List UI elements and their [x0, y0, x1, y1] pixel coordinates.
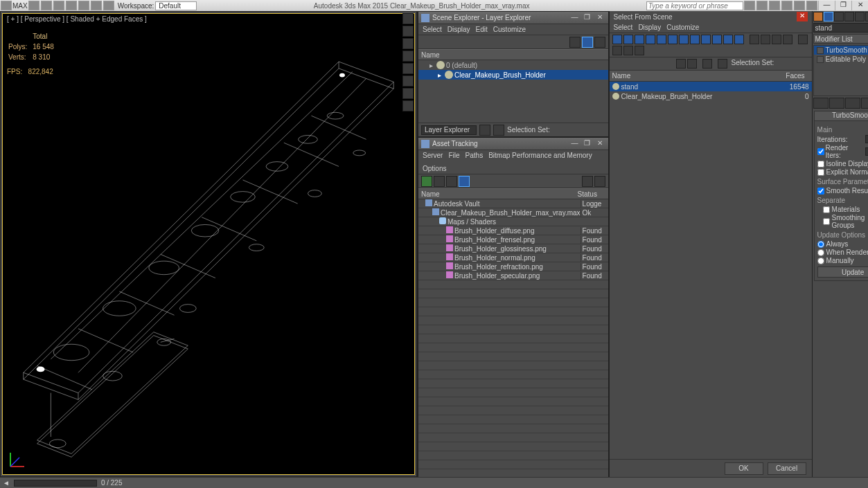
- at-menu-file[interactable]: File: [448, 152, 459, 159]
- iterations-input[interactable]: [865, 135, 868, 143]
- at-tool-1[interactable]: [421, 176, 432, 187]
- help-icon-2[interactable]: [756, 1, 768, 10]
- minimize-button[interactable]: —: [818, 1, 835, 10]
- cmd-tab-utilities[interactable]: [865, 12, 868, 21]
- se-menu-display[interactable]: Display: [448, 26, 470, 33]
- vp-tool-1[interactable]: [402, 13, 414, 24]
- explicit-check[interactable]: [817, 169, 824, 176]
- update-always-radio[interactable]: [817, 241, 824, 248]
- asset-tracking-maximize[interactable]: ❐: [582, 139, 593, 149]
- sfs-filter-13[interactable]: [750, 35, 759, 44]
- file-new-icon[interactable]: [28, 1, 39, 10]
- sfs-filter-20[interactable]: [635, 46, 644, 55]
- maximize-button[interactable]: ❐: [835, 1, 851, 10]
- timeline-slider[interactable]: [14, 480, 97, 487]
- render-iters-check[interactable]: [817, 148, 824, 155]
- smooth-result-check[interactable]: [817, 188, 824, 195]
- sfs-menu-customize[interactable]: Customize: [666, 24, 699, 31]
- vp-tool-3[interactable]: [402, 38, 414, 49]
- asset-row[interactable]: Brush_Holder_normal.pngFound: [418, 253, 608, 262]
- scene-explorer-minimize[interactable]: —: [569, 13, 581, 23]
- at-menu-bitmap[interactable]: Bitmap Performance and Memory: [488, 152, 592, 159]
- asset-tracking-grid[interactable]: Autodesk VaultLoggeClear_Makeup_Brush_Ho…: [418, 199, 608, 478]
- help-icon[interactable]: [744, 1, 755, 10]
- sfs-filter-11[interactable]: [723, 35, 733, 44]
- link-icon[interactable]: [91, 1, 102, 10]
- asset-tracking-close[interactable]: ✕: [594, 139, 605, 149]
- project-icon[interactable]: [103, 1, 114, 10]
- sfs-filter-19[interactable]: [623, 46, 633, 55]
- update-manually-radio[interactable]: [817, 257, 824, 264]
- sfs-list[interactable]: stand16548Clear_Makeup_Brush_Holder0: [610, 82, 812, 459]
- sfs-menu-select[interactable]: Select: [614, 24, 633, 31]
- se-menu-select[interactable]: Select: [423, 26, 442, 33]
- at-tool-2[interactable]: [434, 176, 445, 187]
- sfs-filter-14[interactable]: [761, 35, 770, 44]
- workspace-dropdown[interactable]: Default: [155, 1, 197, 10]
- mod-pin[interactable]: [813, 98, 829, 109]
- sfs-tool-c[interactable]: [702, 59, 712, 69]
- sfs-filter-8[interactable]: [690, 35, 700, 44]
- se-menu-customize[interactable]: Customize: [493, 26, 526, 33]
- se-footer-tool-2[interactable]: [493, 125, 504, 136]
- help-icon-5[interactable]: [794, 1, 805, 10]
- materials-check[interactable]: [823, 206, 830, 213]
- mod-remove[interactable]: [861, 98, 868, 109]
- file-save-icon[interactable]: [53, 1, 64, 10]
- sfs-menu-display[interactable]: Display: [638, 24, 661, 31]
- at-col-status[interactable]: Status: [578, 190, 605, 198]
- at-menu-paths[interactable]: Paths: [466, 152, 484, 159]
- sfs-filter-12[interactable]: [734, 35, 744, 44]
- se-tool-2[interactable]: [582, 37, 593, 48]
- modifier-list-dropdown[interactable]: Modifier List▾: [813, 34, 868, 44]
- render-iters-input[interactable]: [865, 147, 868, 156]
- cmd-tab-display[interactable]: [855, 12, 865, 21]
- scene-explorer-close[interactable]: ✕: [594, 13, 605, 23]
- isoline-check[interactable]: [817, 161, 824, 168]
- file-open-icon[interactable]: [41, 1, 52, 10]
- sfs-filter-2[interactable]: [623, 35, 633, 44]
- se-footer-tool-1[interactable]: [479, 125, 490, 136]
- sfs-filter-6[interactable]: [668, 35, 677, 44]
- sfs-filter-3[interactable]: [635, 35, 644, 44]
- sfs-col-faces[interactable]: Faces: [777, 72, 812, 80]
- sfs-filter-5[interactable]: [657, 35, 666, 44]
- sfs-tool-b[interactable]: [687, 59, 697, 69]
- asset-tracking-minimize[interactable]: —: [569, 139, 581, 149]
- sfs-row[interactable]: stand16548: [610, 82, 812, 91]
- scene-explorer-item[interactable]: ▸0 (default): [418, 60, 608, 70]
- asset-row[interactable]: Brush_Holder_glossiness.pngFound: [418, 244, 608, 253]
- vp-tool-8[interactable]: [402, 100, 414, 111]
- at-menu-server[interactable]: Server: [423, 152, 443, 159]
- cmd-tab-create[interactable]: [813, 12, 823, 21]
- update-rendering-radio[interactable]: [817, 249, 824, 256]
- at-tool-5[interactable]: [582, 176, 593, 187]
- modifier-stack-item[interactable]: TurboSmooth: [814, 46, 868, 55]
- se-footer-dropdown[interactable]: Layer Explorer: [421, 125, 477, 135]
- se-tool-3[interactable]: [594, 37, 605, 48]
- cmd-tab-modify[interactable]: [824, 12, 833, 21]
- sfs-filter-10[interactable]: [712, 35, 722, 44]
- object-name-input[interactable]: [813, 23, 868, 33]
- mod-show[interactable]: [829, 98, 844, 109]
- asset-row[interactable]: Brush_Holder_specular.pngFound: [418, 271, 608, 280]
- sfs-ok-button[interactable]: OK: [725, 462, 763, 475]
- asset-row[interactable]: Brush_Holder_refraction.pngFound: [418, 262, 608, 271]
- se-menu-edit[interactable]: Edit: [476, 26, 488, 33]
- help-icon-3[interactable]: [769, 1, 780, 10]
- sfs-filter-18[interactable]: [612, 46, 622, 55]
- cmd-tab-hierarchy[interactable]: [834, 12, 844, 21]
- smoothing-groups-check[interactable]: [823, 218, 830, 225]
- vp-tool-7[interactable]: [402, 88, 414, 99]
- vp-tool-2[interactable]: [402, 26, 414, 37]
- scene-explorer-tree[interactable]: ▸0 (default)▸Clear_Makeup_Brush_Holder: [418, 60, 608, 123]
- at-tool-3[interactable]: [446, 176, 457, 187]
- redo-icon[interactable]: [78, 1, 89, 10]
- cmd-tab-motion[interactable]: [844, 12, 854, 21]
- asset-row[interactable]: Brush_Holder_diffuse.pngFound: [418, 226, 608, 235]
- sfs-filter-9[interactable]: [701, 35, 711, 44]
- sfs-filter-16[interactable]: [783, 35, 792, 44]
- sfs-tool-d[interactable]: [718, 59, 727, 69]
- scene-explorer-maximize[interactable]: ❐: [582, 13, 593, 23]
- sfs-tool-a[interactable]: [676, 59, 686, 69]
